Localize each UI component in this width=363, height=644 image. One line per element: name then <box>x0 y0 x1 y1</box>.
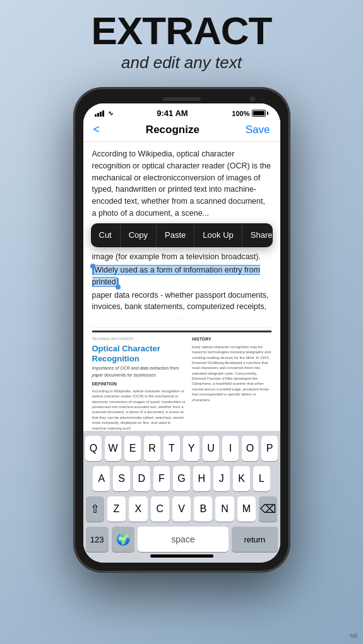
key-h[interactable]: H <box>193 466 210 491</box>
key-u[interactable]: U <box>203 436 219 461</box>
content-selected-line[interactable]: Widely used as a form of information ent… <box>92 264 271 288</box>
key-i[interactable]: I <box>222 436 239 461</box>
nav-back-button[interactable]: < <box>93 123 100 136</box>
doc-body-text: According to Wikipedia, optical characte… <box>92 389 187 431</box>
header-subtitle: and edit any text <box>0 53 363 73</box>
key-v[interactable]: V <box>172 496 191 522</box>
key-return[interactable]: return <box>232 527 277 552</box>
key-n[interactable]: N <box>215 496 234 522</box>
phone-speaker <box>163 97 201 101</box>
drag-handle[interactable]: ⋯ <box>92 314 271 324</box>
content-area: According to Wikipedia, optical characte… <box>83 142 280 431</box>
context-copy[interactable]: Copy <box>121 223 157 248</box>
document-preview: TECHNOLOGY DIGEST Optical Character Reco… <box>92 327 271 431</box>
key-d[interactable]: D <box>133 466 150 491</box>
phone-frame-wrapper: ∿ 9:41 AM 100% < Recognize Save <box>74 88 289 571</box>
status-right: 100% <box>232 110 268 117</box>
doc-col-left: TECHNOLOGY DIGEST Optical Character Reco… <box>92 336 187 431</box>
doc-history-text: Early optical character recognition may … <box>192 344 271 402</box>
key-f[interactable]: F <box>153 466 170 491</box>
doc-columns: TECHNOLOGY DIGEST Optical Character Reco… <box>92 336 271 431</box>
battery-icon <box>252 110 268 117</box>
keyboard-row1: Q W E R T Y U I O P <box>86 436 278 461</box>
keyboard-row-bottom: 123 🌍 space return <box>86 527 278 552</box>
context-menu: Cut Copy Paste Look Up Share... <box>91 223 273 248</box>
battery-percent: 100% <box>232 110 249 117</box>
phone-camera <box>250 97 255 102</box>
content-paragraph2: image (for example from a television bro… <box>92 251 271 263</box>
phone-screen: ∿ 9:41 AM 100% < Recognize Save <box>83 103 280 563</box>
key-delete[interactable]: ⌫ <box>259 496 277 522</box>
key-g[interactable]: G <box>173 466 190 491</box>
key-w[interactable]: W <box>105 436 121 461</box>
nav-save-button[interactable]: Save <box>246 124 270 136</box>
context-share[interactable]: Share... <box>242 223 273 248</box>
doc-history-title: HISTORY <box>192 336 271 342</box>
home-indicator <box>150 554 213 558</box>
content-paragraph1: According to Wikipedia, optical characte… <box>92 148 271 220</box>
key-x[interactable]: X <box>129 496 147 522</box>
bar2 <box>97 113 99 117</box>
key-o[interactable]: O <box>242 436 258 461</box>
nav-bar: < Recognize Save <box>83 120 280 142</box>
key-b[interactable]: B <box>194 496 212 522</box>
bar1 <box>95 114 97 117</box>
bar4 <box>102 110 104 117</box>
doc-subtitle: Importance of OCR and data extraction fr… <box>92 365 187 378</box>
watermark: NE <box>350 633 358 639</box>
content-paragraph3: paper data records - whether passport do… <box>92 290 271 313</box>
doc-main-title: Optical Character Recognition <box>92 344 187 363</box>
keyboard-row2: A S D F G H J K L <box>86 466 278 491</box>
phone-frame: ∿ 9:41 AM 100% < Recognize Save <box>74 88 289 571</box>
header-section: EXTRACT and edit any text <box>0 0 363 73</box>
context-lookup[interactable]: Look Up <box>194 223 242 248</box>
battery-body <box>252 110 266 117</box>
key-y[interactable]: Y <box>183 436 199 461</box>
keyboard-row3: ⇧ Z X C V B N M ⌫ <box>86 496 278 522</box>
key-z[interactable]: Z <box>107 496 126 522</box>
status-bar: ∿ 9:41 AM 100% <box>83 103 280 120</box>
status-left: ∿ <box>95 110 113 117</box>
signal-bars <box>95 110 104 117</box>
phone-top-bar <box>83 97 280 101</box>
key-space[interactable]: space <box>138 527 229 552</box>
key-q[interactable]: Q <box>85 436 102 461</box>
key-e[interactable]: E <box>124 436 141 461</box>
key-t[interactable]: T <box>164 436 180 461</box>
status-time: 9:41 AM <box>157 108 187 118</box>
context-paste[interactable]: Paste <box>157 223 194 248</box>
key-r[interactable]: R <box>144 436 160 461</box>
doc-col-right: HISTORY Early optical character recognit… <box>192 336 271 431</box>
key-numbers[interactable]: 123 <box>86 527 109 552</box>
key-l[interactable]: L <box>253 466 270 491</box>
keyboard: Q W E R T Y U I O P A S D F G <box>83 431 280 563</box>
key-c[interactable]: C <box>151 496 169 522</box>
key-emoji[interactable]: 🌍 <box>112 527 134 552</box>
doc-header-line <box>92 331 271 332</box>
battery-fill <box>253 111 265 115</box>
header-title: EXTRACT <box>0 11 363 50</box>
context-cut[interactable]: Cut <box>91 223 121 248</box>
doc-def-label: DEFINITION <box>92 381 187 387</box>
doc-tag: TECHNOLOGY DIGEST <box>92 336 187 342</box>
battery-tip <box>267 112 268 115</box>
key-m[interactable]: M <box>237 496 256 522</box>
key-a[interactable]: A <box>93 466 110 491</box>
key-s[interactable]: S <box>113 466 130 491</box>
key-shift[interactable]: ⇧ <box>86 496 104 522</box>
nav-title: Recognize <box>146 124 199 136</box>
key-k[interactable]: K <box>233 466 250 491</box>
wifi-icon: ∿ <box>108 110 113 117</box>
key-p[interactable]: P <box>261 436 278 461</box>
bar3 <box>100 112 102 117</box>
key-j[interactable]: J <box>213 466 230 491</box>
